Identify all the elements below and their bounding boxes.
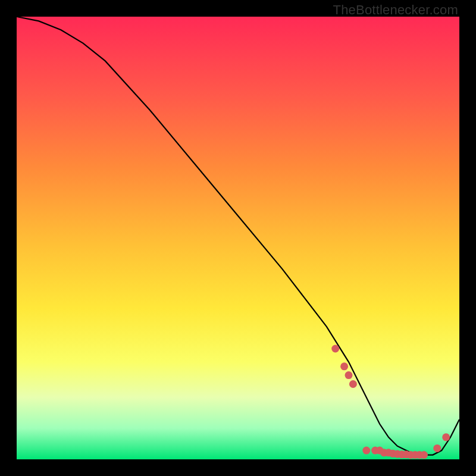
marker-dot	[362, 447, 370, 455]
marker-dot	[442, 433, 450, 441]
marker-dot	[345, 371, 353, 379]
marker-dot	[340, 362, 348, 370]
chart-area	[17, 17, 459, 459]
watermark-text: TheBottlenecker.com	[333, 2, 458, 18]
marker-dot	[331, 345, 339, 353]
bottleneck-curve	[17, 17, 459, 455]
marker-dot	[349, 380, 357, 388]
marker-dot	[420, 451, 428, 459]
chart-svg	[17, 17, 459, 459]
marker-dot	[433, 444, 441, 452]
